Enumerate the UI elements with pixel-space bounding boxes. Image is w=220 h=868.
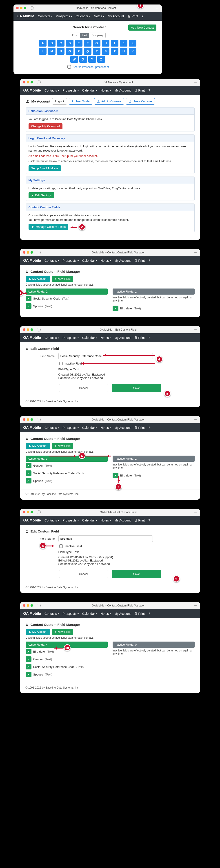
- new-field-button[interactable]: + New Field: [52, 629, 73, 635]
- edit-field-button[interactable]: [113, 306, 119, 311]
- nav-account[interactable]: My Account: [113, 258, 132, 263]
- nav-contacts[interactable]: Contacts▾: [43, 88, 60, 93]
- nav-contacts[interactable]: Contacts▾: [43, 425, 60, 430]
- edit-field-button[interactable]: [26, 649, 31, 654]
- nav-account[interactable]: My Account: [113, 518, 132, 523]
- alpha-K[interactable]: K: [129, 40, 136, 46]
- traffic-lights[interactable]: [23, 81, 33, 84]
- alpha-I[interactable]: I: [111, 40, 119, 46]
- edit-field-button[interactable]: [26, 463, 31, 468]
- edit-field-button[interactable]: [26, 470, 31, 476]
- nav-prospects[interactable]: Prospects▾: [61, 518, 80, 523]
- nav-notes[interactable]: Notes▾: [99, 425, 112, 430]
- alpha-O[interactable]: O: [66, 48, 73, 55]
- nav-calendar[interactable]: Calendar▾: [81, 335, 98, 340]
- nav-notes[interactable]: Notes▾: [93, 13, 105, 19]
- nav-account[interactable]: My Account: [113, 425, 132, 430]
- nav-notes[interactable]: Notes▾: [99, 611, 112, 616]
- my-account-button[interactable]: My Account: [26, 443, 50, 449]
- alpha-Q[interactable]: Q: [84, 48, 91, 55]
- alpha-L[interactable]: L: [39, 48, 46, 55]
- my-account-button[interactable]: My Account: [26, 629, 50, 635]
- nav-prospects[interactable]: Prospects▾: [61, 425, 80, 430]
- more-icon[interactable]: ⋯: [194, 604, 197, 607]
- inactive-checkbox[interactable]: [59, 362, 63, 365]
- alpha-D[interactable]: D: [66, 40, 73, 46]
- users-console-button[interactable]: Users Console: [126, 98, 155, 104]
- alpha-Y[interactable]: Y: [88, 56, 96, 63]
- alpha-S[interactable]: S: [102, 48, 109, 55]
- nav-print[interactable]: Print: [133, 335, 146, 340]
- alpha-T[interactable]: T: [111, 48, 119, 55]
- edit-settings-button[interactable]: Edit Settings: [29, 192, 54, 198]
- nav-calendar[interactable]: Calendar▾: [81, 425, 98, 430]
- seg-first[interactable]: First: [70, 33, 80, 38]
- nav-calendar[interactable]: Calendar▾: [81, 88, 98, 93]
- close-icon[interactable]: [16, 7, 19, 9]
- traffic-lights[interactable]: [16, 7, 26, 9]
- nav-contacts[interactable]: Contacts▾: [37, 13, 54, 19]
- alpha-G[interactable]: G: [93, 40, 100, 46]
- reload-icon[interactable]: [37, 81, 41, 84]
- edit-field-button[interactable]: [26, 478, 31, 484]
- inactive-checkbox[interactable]: [59, 545, 63, 548]
- more-icon[interactable]: ⋯: [194, 511, 197, 514]
- nav-calendar[interactable]: Calendar▾: [81, 611, 98, 616]
- nav-account[interactable]: My Account: [113, 611, 132, 616]
- alpha-X[interactable]: X: [79, 56, 87, 63]
- edit-field-button[interactable]: [26, 664, 31, 670]
- alpha-W[interactable]: W: [70, 56, 78, 63]
- edit-field-button[interactable]: [26, 672, 31, 677]
- more-icon[interactable]: ⋯: [194, 328, 197, 331]
- alpha-V[interactable]: V: [129, 48, 136, 55]
- edit-field-button[interactable]: [26, 303, 31, 309]
- nav-calendar[interactable]: Calendar▾: [74, 13, 92, 19]
- field-name-input[interactable]: [58, 535, 153, 542]
- alpha-E[interactable]: E: [75, 40, 83, 46]
- edit-field-button[interactable]: [26, 296, 31, 301]
- nav-notes[interactable]: Notes▾: [99, 258, 112, 263]
- edit-field-button[interactable]: [26, 656, 31, 662]
- add-contact-button[interactable]: Add New Contact: [128, 25, 156, 31]
- nav-print[interactable]: Print: [133, 425, 146, 430]
- nav-print[interactable]: Print: [133, 611, 146, 616]
- nav-prospects[interactable]: Prospects▾: [61, 258, 80, 263]
- new-field-button[interactable]: + New Field: [52, 276, 73, 282]
- nav-print[interactable]: Print: [133, 518, 146, 523]
- nav-print[interactable]: Print: [133, 258, 146, 263]
- edit-field-button[interactable]: [113, 473, 119, 478]
- logout-button[interactable]: Logout: [52, 98, 67, 104]
- nav-prospects[interactable]: Prospects▾: [55, 13, 73, 19]
- user-guide-button[interactable]: ? User Guide: [69, 98, 93, 104]
- nav-help[interactable]: ?: [147, 518, 152, 523]
- alpha-J[interactable]: J: [120, 40, 127, 46]
- alpha-C[interactable]: C: [57, 40, 64, 46]
- more-icon[interactable]: ⋯: [194, 418, 197, 421]
- reload-icon[interactable]: [30, 6, 34, 10]
- alpha-A[interactable]: A: [39, 40, 46, 46]
- admin-console-button[interactable]: Admin Console: [94, 98, 124, 104]
- nav-help[interactable]: ?: [147, 425, 152, 430]
- more-icon[interactable]: ⋯: [194, 81, 197, 84]
- nav-help[interactable]: ?: [147, 611, 152, 616]
- nav-print[interactable]: Print: [133, 88, 146, 93]
- nav-account[interactable]: My Account: [113, 335, 132, 340]
- nav-help[interactable]: ?: [147, 335, 152, 340]
- alpha-M[interactable]: M: [48, 48, 56, 55]
- nav-help[interactable]: ?: [147, 258, 152, 263]
- setup-email-button[interactable]: Setup Email Address: [29, 165, 61, 172]
- nav-calendar[interactable]: Calendar▾: [81, 258, 98, 263]
- nav-help[interactable]: ?: [147, 88, 152, 93]
- my-account-button[interactable]: My Account: [26, 276, 50, 282]
- nav-print[interactable]: Print: [126, 13, 139, 19]
- alpha-U[interactable]: U: [120, 48, 127, 55]
- reload-icon[interactable]: [37, 251, 41, 254]
- reload-icon[interactable]: [37, 510, 41, 514]
- more-icon[interactable]: ⋯: [156, 6, 159, 10]
- nav-prospects[interactable]: Prospects▾: [61, 335, 80, 340]
- search-prospect-checkbox[interactable]: [67, 65, 71, 69]
- alpha-R[interactable]: R: [93, 48, 100, 55]
- alpha-B[interactable]: B: [48, 40, 56, 46]
- nav-contacts[interactable]: Contacts▾: [43, 335, 60, 340]
- nav-contacts[interactable]: Contacts▾: [43, 611, 60, 616]
